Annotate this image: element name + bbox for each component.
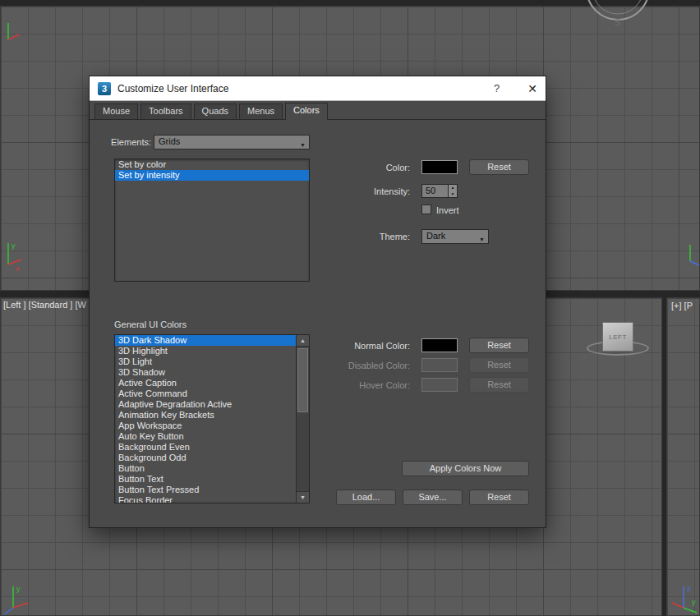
disabled-color-reset-button: Reset: [469, 357, 529, 373]
list-item[interactable]: Background Even: [115, 442, 296, 453]
list-item[interactable]: 3D Dark Shadow: [115, 335, 296, 346]
color-label: Color:: [299, 163, 410, 172]
theme-dropdown-value: Dark: [426, 231, 445, 241]
elements-dropdown-value: Grids: [159, 136, 180, 146]
elements-label: Elements:: [90, 137, 151, 147]
list-item[interactable]: Set by color: [115, 159, 309, 170]
axis-tripod-icon: [685, 240, 700, 268]
dialog-tab-bar: Mouse Toolbars Quads Menus Colors: [94, 103, 328, 120]
svg-text:y: y: [12, 241, 16, 250]
3dsmax-app-icon: 3: [98, 82, 111, 95]
list-item[interactable]: App Workspace: [115, 421, 296, 431]
normal-color-swatch[interactable]: [421, 338, 458, 352]
apply-colors-now-button[interactable]: Apply Colors Now: [402, 461, 529, 476]
list-item[interactable]: 3D Light: [115, 356, 296, 367]
general-ui-colors-label: General UI Colors: [114, 319, 187, 329]
viewcube-compass-icon[interactable]: S: [580, 0, 656, 30]
normal-color-label: Normal Color:: [299, 341, 410, 351]
normal-color-reset-button[interactable]: Reset: [469, 338, 529, 353]
list-item[interactable]: Auto Key Button: [115, 431, 296, 442]
list-item[interactable]: Set by intensity: [115, 170, 309, 181]
close-button[interactable]: ✕: [527, 82, 537, 95]
list-item[interactable]: Button Text: [115, 474, 296, 485]
help-button[interactable]: ?: [494, 82, 500, 94]
theme-label: Theme:: [299, 232, 410, 241]
invert-label: Invert: [436, 205, 459, 215]
tab-colors[interactable]: Colors: [285, 103, 328, 120]
tab-quads[interactable]: Quads: [194, 103, 237, 119]
svg-text:y: y: [692, 598, 696, 606]
tab-menus[interactable]: Menus: [239, 103, 283, 119]
scheme-reset-button[interactable]: Reset: [469, 490, 529, 505]
list-item[interactable]: Animation Key Brackets: [115, 410, 296, 421]
intensity-spinner[interactable]: 50 ▲ ▼: [421, 184, 458, 198]
svg-text:z: z: [687, 585, 691, 593]
spinner-up-icon[interactable]: ▲: [449, 185, 457, 191]
theme-dropdown[interactable]: Dark ▼: [421, 229, 489, 244]
spinner-down-icon[interactable]: ▼: [449, 191, 457, 198]
list-item[interactable]: Button: [115, 463, 296, 474]
color-swatch[interactable]: [421, 160, 458, 174]
viewport-label-perspective[interactable]: [+] [P: [671, 301, 693, 310]
intensity-label: Intensity:: [299, 186, 410, 196]
color-reset-button[interactable]: Reset: [469, 159, 529, 175]
axis-tripod-icon: [0, 18, 21, 44]
dialog-title: Customize User Interface: [117, 83, 494, 94]
chevron-down-icon: ▼: [300, 139, 306, 151]
intensity-value: 50: [422, 185, 448, 197]
hover-color-swatch: [421, 378, 458, 392]
invert-checkbox[interactable]: [421, 205, 431, 214]
svg-text:y: y: [16, 585, 21, 593]
customize-user-interface-dialog: 3 Customize User Interface ? ✕ Mouse Too…: [89, 76, 546, 528]
list-item[interactable]: 3D Highlight: [115, 346, 296, 356]
viewport-bottom-right[interactable]: [666, 297, 700, 616]
spinner-buttons: ▲ ▼: [448, 185, 457, 197]
axis-tripod-icon: y x: [0, 237, 23, 273]
viewport-label-left-standard[interactable]: [Left ] [Standard ] [W: [3, 300, 86, 310]
tab-toolbars[interactable]: Toolbars: [140, 103, 191, 119]
save-button[interactable]: Save...: [403, 490, 463, 505]
list-item[interactable]: Active Command: [115, 388, 296, 399]
scroll-down-icon[interactable]: ▼: [297, 491, 309, 503]
axis-tripod-icon: z y: [669, 580, 700, 616]
list-item[interactable]: Active Caption: [115, 378, 296, 388]
list-item[interactable]: Focus Border: [115, 495, 296, 503]
chevron-down-icon: ▼: [479, 233, 485, 246]
elements-dropdown[interactable]: Grids ▼: [154, 135, 310, 149]
disabled-color-swatch: [421, 358, 458, 372]
tab-mouse[interactable]: Mouse: [94, 103, 138, 119]
scheme-listbox: Set by color Set by intensity: [114, 159, 310, 282]
hover-color-reset-button: Reset: [469, 377, 529, 393]
svg-text:x: x: [16, 264, 20, 273]
axis-tripod-icon: y: [0, 580, 33, 616]
dialog-titlebar[interactable]: 3 Customize User Interface ? ✕: [90, 76, 546, 101]
max-application-window: [Left ] [Standard ] [W [+] [P S LEFT y x…: [0, 0, 700, 616]
compass-south-label: S: [615, 17, 620, 27]
list-item[interactable]: 3D Shadow: [115, 367, 296, 378]
list-item[interactable]: Button Text Pressed: [115, 485, 296, 495]
disabled-color-label: Disabled Color:: [299, 361, 410, 370]
list-item[interactable]: Adaptive Degradation Active: [115, 399, 296, 410]
list-item[interactable]: Background Odd: [115, 453, 296, 463]
viewcube-left-face[interactable]: LEFT: [602, 322, 633, 352]
general-ui-colors-listbox: 3D Dark Shadow 3D Highlight 3D Light 3D …: [114, 334, 310, 503]
load-button[interactable]: Load...: [336, 490, 396, 505]
hover-color-label: Hover Color:: [299, 380, 410, 390]
